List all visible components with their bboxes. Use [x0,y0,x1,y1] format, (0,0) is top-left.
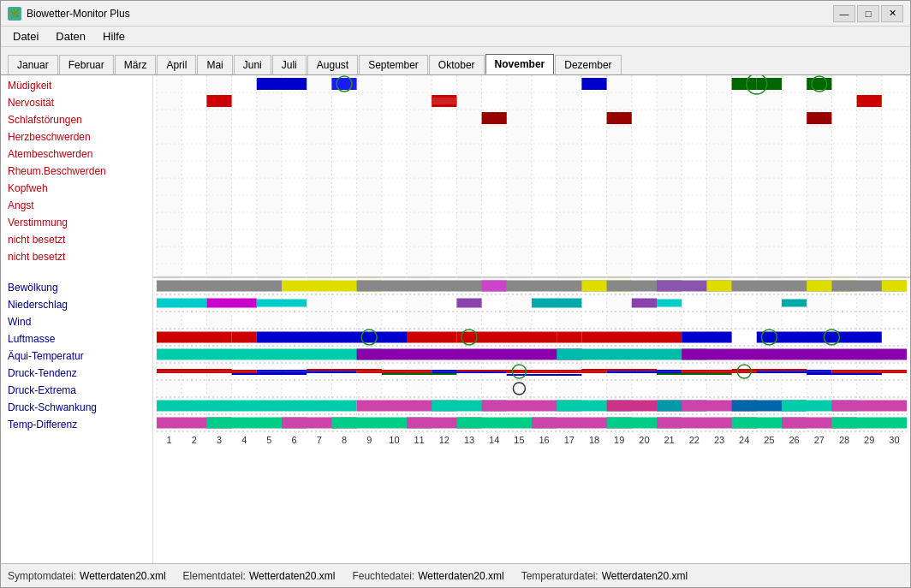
svg-text:9: 9 [366,435,372,445]
svg-rect-99 [257,300,307,307]
symptomdatei-label: Symptomdatei: [8,570,76,582]
svg-rect-167 [831,418,907,429]
labels-panel: Müdigkeit Nervosität Schlafstörungen Her… [1,75,153,563]
svg-rect-118 [157,349,382,360]
svg-rect-96 [882,281,907,292]
svg-rect-81 [482,112,507,124]
chart-area: 1234567891011121314151617181920212223242… [153,75,910,563]
svg-rect-109 [407,332,456,343]
svg-rect-141 [807,373,882,375]
svg-rect-83 [807,112,831,124]
svg-rect-4 [357,75,382,431]
content-area: Müdigkeit Nervosität Schlafstörungen Her… [1,75,910,563]
label-herzbeschwerden: Herzbeschwerden [1,128,152,146]
feuchtedatei-label: Feuchtedatei: [352,570,414,582]
label-kopfweh: Kopfweh [1,180,152,197]
svg-rect-92 [706,281,731,292]
svg-rect-97 [157,299,206,308]
svg-text:7: 7 [317,435,322,445]
label-nervositat: Nervosität [1,94,152,111]
svg-text:18: 18 [589,435,599,445]
svg-rect-3 [307,75,331,431]
label-bewolkung: Bewölkung [1,279,152,296]
tab-dezember[interactable]: Dezember [555,55,621,74]
svg-rect-6 [456,75,481,431]
tab-februar[interactable]: Februar [59,55,114,74]
tab-april[interactable]: April [157,55,196,74]
svg-rect-72 [732,78,757,90]
status-feuchtedatei: Feuchtedatei: Wetterdaten20.xml [352,570,503,582]
status-temperaturdatei: Temperaturdatei: Wetterdaten20.xml [521,570,688,582]
svg-rect-0 [157,75,182,431]
label-niederschlag: Niederschlag [1,296,152,313]
label-wind: Wind [1,313,152,330]
minimize-button[interactable]: — [833,5,855,22]
menu-datei[interactable]: Datei [4,28,47,45]
svg-rect-80 [857,95,882,107]
svg-text:17: 17 [564,435,575,445]
svg-rect-134 [307,369,382,371]
menu-hilfe[interactable]: Hilfe [94,28,134,45]
svg-rect-132 [157,369,232,371]
svg-rect-121 [682,349,907,360]
svg-rect-114 [682,332,731,343]
spacer-row [1,265,152,279]
svg-rect-14 [857,75,882,431]
svg-rect-87 [482,281,507,292]
status-elementdatei: Elementdatei: Wetterdaten20.xml [183,570,336,582]
label-luftmasse: Luftmasse [1,330,152,347]
tab-januar[interactable]: Januar [8,55,58,74]
svg-rect-100 [456,299,481,308]
close-button[interactable]: ✕ [881,5,903,22]
label-nicht-besetzt-2: nicht besetzt [1,248,152,265]
svg-rect-1 [206,75,231,431]
maximize-button[interactable]: □ [857,5,879,22]
main-chart: 1234567891011121314151617181920212223242… [153,75,910,563]
svg-rect-9 [607,75,632,431]
svg-text:6: 6 [292,435,297,445]
svg-text:14: 14 [489,435,499,445]
tab-mai[interactable]: Mai [197,55,232,74]
temperaturdatei-label: Temperaturdatei: [521,570,598,582]
svg-rect-98 [206,299,256,308]
elementdatei-value: Wetterdaten20.xml [249,570,336,582]
window-controls: — □ ✕ [833,5,903,22]
svg-text:2: 2 [192,435,197,445]
tab-september[interactable]: September [359,55,428,74]
title-bar: 🌿 Biowetter-Monitor Plus — □ ✕ [1,1,910,27]
tab-marz[interactable]: März [115,55,157,74]
tab-juni[interactable]: Juni [234,55,271,74]
temperaturdatei-value: Wetterdaten20.xml [602,570,688,582]
svg-rect-106 [232,332,257,343]
tab-august[interactable]: August [307,55,358,74]
svg-rect-10 [657,75,682,431]
svg-text:13: 13 [464,435,474,445]
svg-rect-67 [257,78,282,90]
month-tabs: Januar Februar März April Mai Juni Juli … [1,47,910,75]
svg-text:29: 29 [864,435,874,445]
svg-rect-5 [407,75,432,431]
svg-text:4: 4 [241,435,247,445]
svg-text:10: 10 [389,435,399,445]
tab-juli[interactable]: Juli [272,55,307,74]
svg-rect-113 [581,332,682,343]
label-druck-tendenz: Druck-Tendenz [1,365,152,382]
svg-rect-104 [782,300,807,307]
tab-oktober[interactable]: Oktober [429,55,485,74]
svg-rect-69 [331,78,356,90]
svg-rect-140 [732,369,807,371]
status-symptomdatei: Symptomdatei: Wetterdaten20.xml [8,570,166,582]
svg-rect-13 [807,75,831,431]
svg-rect-138 [581,369,657,371]
svg-rect-136 [456,370,532,371]
svg-text:27: 27 [814,435,825,445]
svg-rect-79 [432,98,456,104]
tab-november[interactable]: November [485,54,555,74]
svg-text:11: 11 [414,435,424,445]
svg-rect-11 [706,75,731,431]
menu-daten[interactable]: Daten [47,28,94,45]
svg-text:28: 28 [839,435,849,445]
svg-rect-112 [557,332,581,343]
svg-rect-105 [157,332,232,343]
svg-rect-73 [757,78,782,90]
